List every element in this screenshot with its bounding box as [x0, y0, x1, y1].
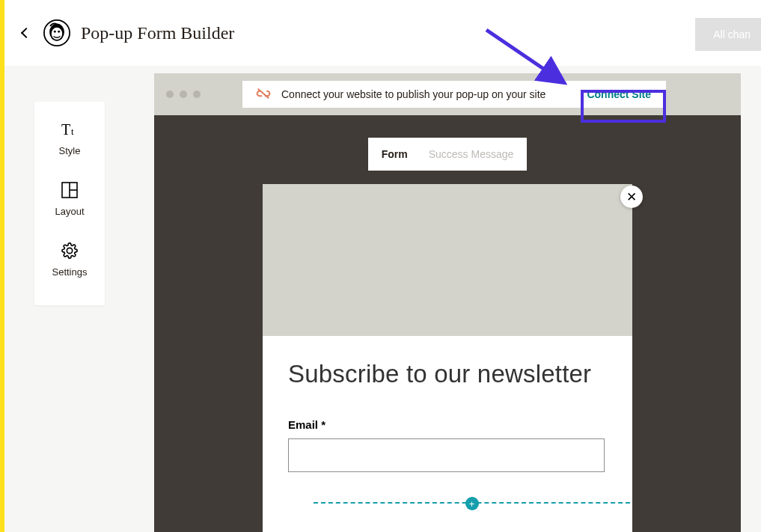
sidebar-item-label: Style — [59, 145, 81, 156]
popup-headline[interactable]: Subscribe to our newsletter — [288, 360, 607, 388]
svg-text:t: t — [71, 126, 74, 137]
sidebar-item-layout[interactable]: Layout — [55, 180, 84, 217]
email-field[interactable] — [288, 438, 605, 472]
typography-icon: T t — [60, 120, 79, 139]
connect-site-button[interactable]: Connect Site — [576, 84, 661, 105]
layout-grid-icon — [60, 180, 79, 200]
svg-text:T: T — [61, 121, 70, 138]
email-field-label: Email * — [288, 418, 607, 431]
preview-tab-switch: Form Success Message — [368, 138, 528, 171]
svg-point-3 — [54, 31, 56, 33]
workspace: T t Style Layout — [4, 66, 761, 532]
popup-body: Subscribe to our newsletter Email * + — [263, 336, 632, 504]
add-field-divider: + — [314, 502, 630, 504]
tab-form[interactable]: Form — [382, 148, 408, 160]
traffic-light-dot — [193, 91, 201, 98]
add-field-button[interactable]: + — [465, 497, 479, 510]
page-title: Pop-up Form Builder — [81, 23, 234, 43]
sidebar-item-label: Settings — [52, 266, 88, 278]
brand-logo — [43, 19, 70, 46]
preview-canvas: Connect your website to publish your pop… — [154, 73, 741, 532]
side-panel: T t Style Layout — [34, 102, 105, 305]
close-icon[interactable]: ✕ — [620, 186, 643, 208]
connect-banner-message: Connect your website to publish your pop… — [281, 88, 545, 100]
sidebar-item-label: Layout — [55, 206, 84, 217]
popup-hero-image[interactable] — [263, 184, 632, 336]
browser-chrome: Connect your website to publish your pop… — [154, 73, 741, 115]
traffic-light-dot — [180, 91, 187, 98]
add-field-line: + — [314, 502, 630, 504]
back-chevron-icon[interactable] — [21, 28, 31, 38]
tab-success-message[interactable]: Success Message — [429, 148, 514, 160]
popup-preview: ✕ Subscribe to our newsletter Email * + — [263, 184, 632, 532]
preview-page: Form Success Message ✕ Subscribe to our … — [154, 115, 741, 532]
gear-icon — [60, 241, 79, 260]
sidebar-item-style[interactable]: T t Style — [59, 120, 81, 156]
unlink-icon — [256, 88, 271, 102]
traffic-light-dot — [166, 91, 174, 98]
all-changes-button[interactable]: All chan — [695, 18, 761, 51]
top-bar: Pop-up Form Builder All chan — [4, 0, 761, 66]
connect-banner: Connect your website to publish your pop… — [242, 81, 666, 108]
sidebar-item-settings[interactable]: Settings — [52, 241, 88, 278]
svg-point-4 — [58, 31, 60, 33]
